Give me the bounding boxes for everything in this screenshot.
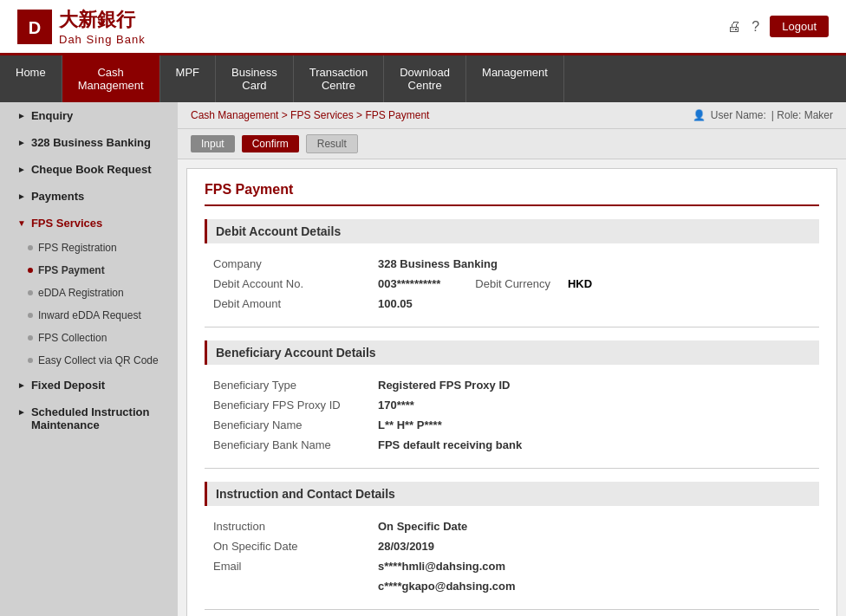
- sidebar-item-cheque-book[interactable]: ► Cheque Book Request: [0, 156, 178, 183]
- debit-currency-value: HKD: [568, 277, 592, 290]
- divider3: [205, 609, 819, 610]
- debit-account-value: 003**********: [378, 277, 440, 290]
- instruction-details: Instruction On Specific Date On Specific…: [205, 516, 819, 596]
- nav-download-centre[interactable]: Download Centre: [384, 55, 466, 102]
- debit-account-row: Debit Account No. 003********** Debit Cu…: [205, 274, 819, 294]
- user-label: User Name:: [711, 109, 766, 121]
- arrow-icon: ►: [17, 111, 26, 120]
- sidebar-item-fps-registration[interactable]: FPS Registration: [0, 237, 178, 259]
- debit-amount-label: Debit Amount: [205, 297, 378, 310]
- company-row: Company 328 Business Banking: [205, 254, 819, 274]
- specific-date-value: 28/03/2019: [378, 540, 434, 553]
- instruction-label: Instruction: [205, 520, 378, 533]
- beneficiary-name-value: L** H** P****: [378, 418, 442, 431]
- steps-bar: Input Confirm Result: [178, 129, 846, 159]
- specific-date-label: On Specific Date: [205, 540, 378, 553]
- sidebar-item-328-business[interactable]: ► 328 Business Banking: [0, 129, 178, 156]
- beneficiary-bank-row: Beneficiary Bank Name FPS default receiv…: [205, 435, 819, 455]
- beneficiary-type-row: Beneficiary Type Registered FPS Proxy ID: [205, 375, 819, 395]
- svg-text:D: D: [29, 18, 41, 37]
- header: D 大新銀行 Dah Sing Bank 🖨 ? Logout: [0, 0, 846, 55]
- sidebar: ► Enquiry ► 328 Business Banking ► Chequ…: [0, 102, 178, 616]
- logo-area: D 大新銀行 Dah Sing Bank: [17, 7, 146, 46]
- breadcrumb: Cash Management > FPS Services > FPS Pay…: [178, 102, 846, 129]
- bank-name-chinese: 大新銀行: [59, 7, 146, 33]
- beneficiary-type-value: Registered FPS Proxy ID: [378, 379, 510, 392]
- instruction-section-title: Instruction and Contact Details: [205, 482, 819, 506]
- dot-active-icon: [28, 268, 33, 273]
- beneficiary-fps-value: 170****: [378, 399, 414, 412]
- divider1: [205, 327, 819, 327]
- step-confirm: Confirm: [242, 135, 299, 152]
- beneficiary-bank-value: FPS default receiving bank: [378, 438, 522, 451]
- debit-details: Company 328 Business Banking Debit Accou…: [205, 254, 819, 314]
- nav-business-card[interactable]: Business Card: [216, 55, 294, 102]
- sidebar-item-enquiry[interactable]: ► Enquiry: [0, 102, 178, 129]
- email-label-placeholder: [205, 580, 378, 593]
- main-layout: ► Enquiry ► 328 Business Banking ► Chequ…: [0, 102, 846, 616]
- print-icon[interactable]: 🖨: [727, 19, 741, 35]
- nav-cash-management[interactable]: Cash Management: [62, 55, 160, 102]
- step-result: Result: [306, 134, 358, 153]
- divider2: [205, 468, 819, 469]
- page-title: FPS Payment: [205, 182, 819, 206]
- nav-management[interactable]: Management: [466, 55, 564, 102]
- sidebar-item-fps-payment[interactable]: FPS Payment: [0, 259, 178, 282]
- specific-date-row: On Specific Date 28/03/2019: [205, 536, 819, 556]
- instruction-value: On Specific Date: [378, 520, 467, 533]
- arrow-icon: ►: [17, 138, 26, 147]
- role-label: | Role: Maker: [771, 109, 833, 121]
- header-actions: 🖨 ? Logout: [727, 16, 829, 37]
- dot-icon: [28, 313, 33, 318]
- dot-icon: [28, 245, 33, 250]
- logout-button[interactable]: Logout: [770, 16, 829, 37]
- sidebar-item-inward-edda[interactable]: Inward eDDA Request: [0, 304, 178, 327]
- beneficiary-type-label: Beneficiary Type: [205, 379, 378, 392]
- debit-amount-value: 100.05: [378, 297, 413, 310]
- arrow-icon: ►: [17, 407, 26, 417]
- email-value2: c****gkapo@dahsing.com: [378, 580, 516, 593]
- bank-name-english: Dah Sing Bank: [59, 33, 146, 46]
- sidebar-item-fps-services[interactable]: ▼ FPS Services: [0, 210, 178, 237]
- debit-account-label: Debit Account No.: [205, 277, 378, 290]
- arrow-icon: ►: [17, 191, 26, 201]
- sidebar-item-easy-collect[interactable]: Easy Collect via QR Code: [0, 349, 178, 372]
- content-area: Cash Management > FPS Services > FPS Pay…: [178, 102, 846, 616]
- email-value1: s****hmli@dahsing.com: [378, 560, 505, 573]
- bank-name: 大新銀行 Dah Sing Bank: [59, 7, 146, 46]
- sidebar-item-fixed-deposit[interactable]: ► Fixed Deposit: [0, 372, 178, 399]
- beneficiary-details: Beneficiary Type Registered FPS Proxy ID…: [205, 375, 819, 455]
- page-content: FPS Payment Debit Account Details Compan…: [186, 168, 837, 616]
- beneficiary-section-title: Beneficiary Account Details: [205, 340, 819, 365]
- help-icon[interactable]: ?: [752, 19, 759, 35]
- sidebar-item-edda-registration[interactable]: eDDA Registration: [0, 282, 178, 304]
- debit-amount-row: Debit Amount 100.05: [205, 294, 819, 314]
- email-row1: Email s****hmli@dahsing.com: [205, 556, 819, 576]
- user-info: 👤 User Name: | Role: Maker: [693, 109, 833, 121]
- beneficiary-name-label: Beneficiary Name: [205, 418, 378, 431]
- dot-icon: [28, 358, 33, 363]
- breadcrumb-path: Cash Management > FPS Services > FPS Pay…: [191, 109, 429, 121]
- nav-home[interactable]: Home: [0, 55, 62, 102]
- instruction-row: Instruction On Specific Date: [205, 516, 819, 536]
- step-input: Input: [191, 135, 235, 152]
- beneficiary-bank-label: Beneficiary Bank Name: [205, 438, 378, 451]
- sidebar-item-fps-collection[interactable]: FPS Collection: [0, 327, 178, 349]
- sidebar-item-scheduled-instruction[interactable]: ► Scheduled Instruction Maintenance: [0, 399, 178, 438]
- nav-mpf[interactable]: MPF: [160, 55, 216, 102]
- dot-icon: [28, 290, 33, 295]
- beneficiary-name-row: Beneficiary Name L** H** P****: [205, 415, 819, 435]
- email-label: Email: [205, 560, 378, 573]
- dot-icon: [28, 335, 33, 340]
- arrow-icon: ►: [17, 165, 26, 174]
- debit-section-title: Debit Account Details: [205, 219, 819, 243]
- company-value: 328 Business Banking: [378, 257, 498, 270]
- sidebar-item-payments[interactable]: ► Payments: [0, 183, 178, 210]
- beneficiary-fps-label: Beneficiary FPS Proxy ID: [205, 399, 378, 412]
- bank-logo-icon: D: [17, 10, 52, 44]
- company-label: Company: [205, 257, 378, 270]
- email-row2: c****gkapo@dahsing.com: [205, 576, 819, 596]
- user-icon: 👤: [693, 109, 706, 121]
- nav-transaction-centre[interactable]: Transaction Centre: [294, 55, 384, 102]
- beneficiary-fps-row: Beneficiary FPS Proxy ID 170****: [205, 395, 819, 415]
